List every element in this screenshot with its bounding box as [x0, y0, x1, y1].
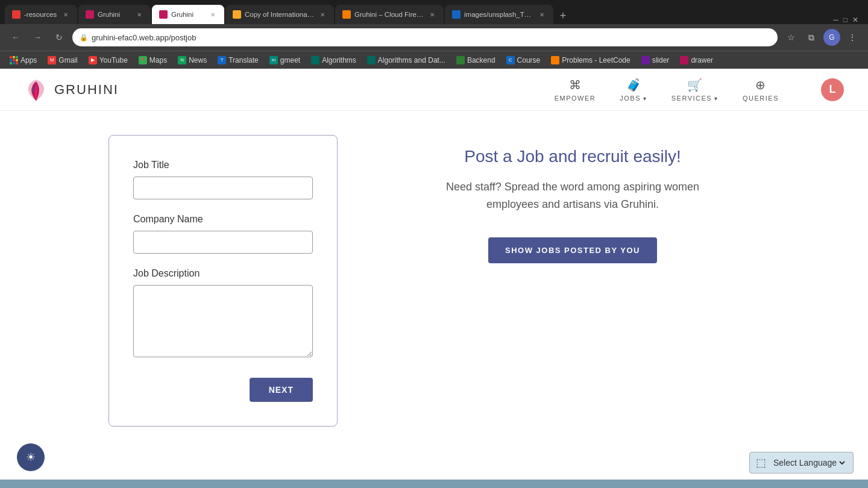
minimize-button[interactable]: ─	[833, 16, 838, 24]
bookmark-youtube[interactable]: ▶ YouTube	[84, 55, 133, 66]
user-avatar[interactable]: L	[821, 78, 844, 101]
tab-close[interactable]: ✕	[428, 10, 436, 19]
nav-jobs-label: JOBS	[620, 95, 647, 102]
right-panel: Post a Job and recruit easily! Need staf…	[386, 135, 760, 263]
form-card: Job Title Company Name Job Description N…	[108, 135, 338, 427]
nav-queries-label: QUERIES	[743, 95, 779, 102]
bookmark-algorithms-dat[interactable]: Algorithms and Dat...	[362, 55, 450, 66]
tab-firestore[interactable]: Gruhini – Cloud Firestore –... ✕	[335, 5, 444, 24]
bookmark-label: Algorithms and Dat...	[378, 56, 445, 64]
tab-unsplash[interactable]: images/unsplash_TqQoPFL... ✕	[445, 5, 553, 24]
bookmark-drawer[interactable]: drawer	[675, 55, 718, 66]
tab-favicon	[159, 10, 168, 19]
tab-label: Gruhini – Cloud Firestore –...	[354, 11, 424, 18]
tab-close[interactable]: ✕	[318, 10, 327, 19]
logo-svg-icon	[24, 78, 48, 102]
translate-language-icon: ⬚	[756, 456, 766, 469]
bookmark-apps[interactable]: Apps	[5, 55, 42, 66]
back-button[interactable]: ←	[7, 29, 24, 46]
main-content: Job Title Company Name Job Description N…	[0, 111, 868, 472]
maps-icon: 📍	[139, 56, 147, 64]
bookmark-label: Course	[517, 56, 541, 64]
tab-favicon	[342, 10, 351, 19]
address-text: gruhini-efac0.web.app/postjob	[92, 33, 196, 42]
company-name-group: Company Name	[133, 214, 313, 254]
nav-items: ⌘ EMPOWER 🧳 JOBS 🛒 SERVICES ⊕ QUERIES L	[555, 78, 844, 102]
nav-queries[interactable]: ⊕ QUERIES	[743, 78, 779, 102]
bookmark-label: YouTube	[99, 56, 128, 64]
leetcode-icon	[551, 56, 559, 64]
tab-close[interactable]: ✕	[61, 10, 70, 19]
bookmark-label: slider	[652, 56, 670, 64]
language-select-dropdown[interactable]: Select Language English Hindi Telugu Kan…	[771, 457, 847, 468]
sun-icon: ☀	[26, 451, 36, 464]
services-icon: 🛒	[687, 78, 702, 92]
bookmark-slider[interactable]: slider	[637, 55, 675, 66]
footer-bar	[0, 480, 868, 488]
forward-button[interactable]: →	[29, 29, 46, 46]
tab-close[interactable]: ✕	[538, 10, 546, 19]
job-desc-textarea[interactable]	[133, 285, 313, 357]
nav-empower[interactable]: ⌘ EMPOWER	[555, 78, 596, 102]
bookmark-news[interactable]: N News	[173, 55, 212, 66]
right-panel-heading: Post a Job and recruit easily!	[386, 147, 760, 166]
bookmark-label: gmeet	[280, 56, 300, 64]
course-icon: C	[506, 56, 515, 64]
bookmark-gmeet[interactable]: m gmeet	[265, 55, 305, 66]
more-menu-icon[interactable]: ⋮	[844, 29, 861, 46]
job-title-input[interactable]	[133, 177, 313, 199]
bookmarks-bar: Apps M Gmail ▶ YouTube 📍 Maps N News T T…	[0, 51, 868, 69]
browser-chrome: -resources ✕ Gruhini ✕ Gruhini ✕ Copy of…	[0, 0, 868, 69]
bookmark-label: Translate	[228, 56, 259, 64]
tab-favicon	[233, 10, 241, 19]
bookmark-leetcode[interactable]: Problems - LeetCode	[546, 55, 635, 66]
nav-services[interactable]: 🛒 SERVICES	[671, 78, 719, 102]
tab-label: Copy of International Day C...	[245, 11, 315, 18]
job-desc-label: Job Description	[133, 268, 313, 279]
gmail-icon: M	[48, 56, 56, 64]
logo-text: GRUHINI	[54, 82, 119, 98]
show-jobs-button[interactable]: SHOW JOBS POSTED BY YOU	[488, 237, 657, 263]
queries-icon: ⊕	[755, 78, 766, 92]
tab-favicon	[86, 10, 94, 19]
bookmark-algorithms[interactable]: Algorithms	[306, 55, 361, 66]
close-window-button[interactable]: ✕	[852, 16, 858, 24]
bookmark-label: News	[189, 56, 207, 64]
job-desc-group: Job Description	[133, 268, 313, 360]
bookmark-maps[interactable]: 📍 Maps	[134, 55, 172, 66]
language-selector[interactable]: ⬚ Select Language English Hindi Telugu K…	[749, 452, 854, 474]
next-button[interactable]: NEXT	[250, 378, 313, 402]
bookmark-label: Maps	[149, 56, 167, 64]
tab-intl-day[interactable]: Copy of International Day C... ✕	[225, 5, 334, 24]
bookmark-star-icon[interactable]: ☆	[782, 29, 799, 46]
maximize-button[interactable]: □	[843, 16, 848, 24]
extension-puzzle-icon[interactable]: ⧉	[803, 29, 820, 46]
bookmark-gmail[interactable]: M Gmail	[43, 55, 82, 66]
address-bar[interactable]: 🔒 gruhini-efac0.web.app/postjob	[72, 28, 778, 46]
logo[interactable]: GRUHINI	[24, 78, 119, 102]
theme-toggle-button[interactable]: ☀	[17, 443, 45, 471]
profile-icon[interactable]: G	[823, 29, 840, 46]
bookmark-label: Backend	[467, 56, 495, 64]
tab-gruhini-1[interactable]: Gruhini ✕	[78, 5, 151, 24]
tab-close[interactable]: ✕	[209, 10, 217, 19]
empower-icon: ⌘	[569, 78, 581, 92]
job-title-group: Job Title	[133, 160, 313, 199]
company-name-label: Company Name	[133, 214, 313, 225]
translate-bookmark-icon: T	[218, 56, 226, 64]
nav-empower-label: EMPOWER	[555, 95, 596, 102]
tab-close[interactable]: ✕	[135, 10, 143, 19]
tab-favicon	[12, 10, 20, 19]
bookmark-course[interactable]: C Course	[502, 55, 546, 66]
bookmark-translate[interactable]: T Translate	[213, 55, 263, 66]
new-tab-button[interactable]: +	[555, 7, 571, 24]
tab-gruhini-2-active[interactable]: Gruhini ✕	[152, 5, 224, 24]
tab-resources[interactable]: -resources ✕	[5, 5, 77, 24]
reload-button[interactable]: ↻	[51, 29, 68, 46]
nav-jobs[interactable]: 🧳 JOBS	[620, 78, 647, 102]
news-icon: N	[178, 56, 186, 64]
company-name-input[interactable]	[133, 231, 313, 254]
job-title-label: Job Title	[133, 160, 313, 170]
bookmark-backend[interactable]: Backend	[451, 55, 500, 66]
bookmark-label: Algorithms	[322, 56, 356, 64]
